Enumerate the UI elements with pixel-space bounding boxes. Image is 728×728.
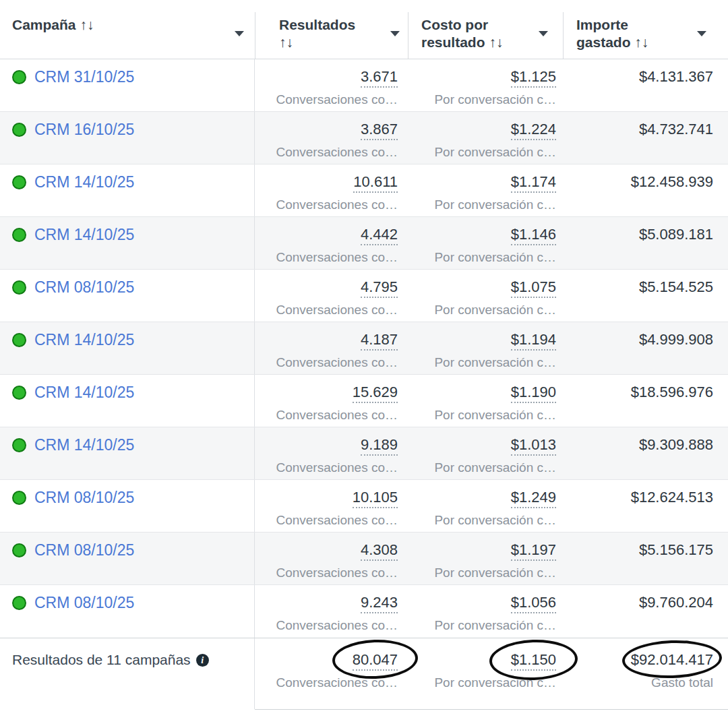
table-row[interactable]: CRM 08/10/254.795Conversaciones co…$1.07… <box>0 270 728 322</box>
results-cell: 9.189Conversaciones co… <box>255 427 408 479</box>
spend-cell: $12.624.513 <box>563 480 728 532</box>
table-row[interactable]: CRM 08/10/254.308Conversaciones co…$1.19… <box>0 533 728 585</box>
sort-arrows-icon[interactable]: ↑↓ <box>279 34 293 50</box>
results-value[interactable]: 10.105 <box>353 489 398 508</box>
header-label-cost-per-result: Costo por resultado <box>421 17 488 50</box>
spend-cell: $12.458.939 <box>563 164 728 216</box>
header-cell-results[interactable]: Resultados ↑↓ <box>255 0 408 59</box>
campaign-name-link[interactable]: CRM 16/10/25 <box>34 120 134 139</box>
cost-per-result-value[interactable]: $1.224 <box>511 121 556 140</box>
campaign-name-link[interactable]: CRM 08/10/25 <box>34 488 134 507</box>
campaign-cell: CRM 16/10/25 <box>0 112 255 164</box>
results-value[interactable]: 15.629 <box>353 384 398 403</box>
sort-arrows-icon[interactable]: ↑↓ <box>634 34 648 50</box>
spend-cell: $5.089.181 <box>563 217 728 269</box>
total-cost-per-result-value[interactable]: $1.150 <box>511 651 556 671</box>
active-status-dot <box>12 543 26 557</box>
results-cell: 4.442Conversaciones co… <box>255 217 408 269</box>
header-cell-campaign[interactable]: Campaña ↑↓ <box>0 0 255 59</box>
table-row[interactable]: CRM 08/10/2510.105Conversaciones co…$1.2… <box>0 480 728 533</box>
cost-metric-label: Por conversación c… <box>408 145 556 160</box>
campaign-cell: CRM 08/10/25 <box>0 480 255 532</box>
table-row[interactable]: CRM 14/10/2510.611Conversaciones co…$1.1… <box>0 164 728 217</box>
spend-cell: $9.309.888 <box>563 427 728 479</box>
results-value[interactable]: 3.867 <box>361 121 398 140</box>
campaign-name-link[interactable]: CRM 08/10/25 <box>34 593 134 612</box>
header-cell-amount-spent[interactable]: Importe gastado ↑↓ <box>563 0 728 59</box>
campaign-cell: CRM 14/10/25 <box>0 164 255 216</box>
summary-row: Resultados de 11 campañasi 80.047 Conver… <box>0 638 728 709</box>
spend-cell: $5.156.175 <box>563 533 728 584</box>
table-row[interactable]: CRM 31/10/253.671Conversaciones co…$1.12… <box>0 59 728 112</box>
cost-cell: $1.249Por conversación c… <box>408 480 563 532</box>
info-icon[interactable]: i <box>196 654 209 667</box>
results-metric-label: Conversaciones co… <box>255 618 398 633</box>
circle-annotation: $92.014.417 <box>631 650 713 671</box>
results-metric-label: Conversaciones co… <box>255 250 398 265</box>
spend-cell: $4.131.367 <box>563 59 728 111</box>
cost-metric-label: Por conversación c… <box>408 513 556 528</box>
results-value[interactable]: 9.189 <box>361 436 398 456</box>
campaign-name-link[interactable]: CRM 14/10/25 <box>34 330 134 349</box>
results-value[interactable]: 4.308 <box>361 541 398 561</box>
cost-cell: $1.125Por conversación c… <box>408 59 563 111</box>
amount-spent-value: $9.760.204 <box>639 594 713 611</box>
results-value[interactable]: 10.611 <box>353 173 398 193</box>
results-cell: 4.308Conversaciones co… <box>255 533 408 584</box>
cost-per-result-value[interactable]: $1.194 <box>511 331 556 351</box>
table-row[interactable]: CRM 14/10/2515.629Conversaciones co…$1.1… <box>0 375 728 427</box>
sort-arrows-icon[interactable]: ↑↓ <box>489 34 503 50</box>
cost-per-result-value[interactable]: $1.056 <box>511 594 556 613</box>
cost-cell: $1.075Por conversación c… <box>408 270 563 322</box>
cost-per-result-value[interactable]: $1.174 <box>511 173 556 193</box>
table-row[interactable]: CRM 08/10/259.243Conversaciones co…$1.05… <box>0 585 728 638</box>
cost-per-result-value[interactable]: $1.146 <box>511 226 556 245</box>
circle-annotation: 80.047 <box>353 650 398 671</box>
results-value[interactable]: 4.795 <box>361 278 398 298</box>
results-cell: 4.795Conversaciones co… <box>255 270 408 322</box>
cost-cell: $1.190Por conversación c… <box>408 375 563 427</box>
campaign-name-link[interactable]: CRM 14/10/25 <box>34 435 134 454</box>
column-dropdown-icon[interactable] <box>390 31 400 36</box>
cost-metric-label: Por conversación c… <box>408 675 556 690</box>
column-dropdown-icon[interactable] <box>235 31 244 36</box>
cost-per-result-value[interactable]: $1.013 <box>511 436 556 456</box>
results-cell: 15.629Conversaciones co… <box>255 375 408 427</box>
results-value[interactable]: 4.187 <box>361 331 398 351</box>
cost-per-result-value[interactable]: $1.075 <box>511 278 556 298</box>
header-cell-cost-per-result[interactable]: Costo por resultado ↑↓ <box>408 0 563 59</box>
cost-cell: $1.224Por conversación c… <box>408 112 563 164</box>
column-dropdown-icon[interactable] <box>697 31 706 36</box>
table-row[interactable]: CRM 14/10/259.189Conversaciones co…$1.01… <box>0 427 728 480</box>
campaign-name-link[interactable]: CRM 31/10/25 <box>34 67 134 86</box>
cost-per-result-value[interactable]: $1.190 <box>511 384 556 403</box>
campaign-name-link[interactable]: CRM 08/10/25 <box>34 541 134 559</box>
table-row[interactable]: CRM 14/10/254.442Conversaciones co…$1.14… <box>0 217 728 270</box>
cost-per-result-value[interactable]: $1.197 <box>511 541 556 561</box>
sort-arrows-icon[interactable]: ↑↓ <box>80 17 94 32</box>
cost-cell: $1.013Por conversación c… <box>408 427 563 479</box>
total-amount-spent-value: $92.014.417 <box>631 651 713 668</box>
results-metric-label: Conversaciones co… <box>255 303 398 317</box>
cost-per-result-value[interactable]: $1.249 <box>511 489 556 508</box>
results-value[interactable]: 4.442 <box>361 226 398 245</box>
cost-cell: $1.174Por conversación c… <box>408 164 563 216</box>
campaign-cell: CRM 14/10/25 <box>0 217 255 269</box>
campaign-name-link[interactable]: CRM 14/10/25 <box>34 225 134 244</box>
results-metric-label: Conversaciones co… <box>255 513 398 528</box>
results-metric-label: Conversaciones co… <box>255 566 398 580</box>
campaign-name-link[interactable]: CRM 14/10/25 <box>34 383 134 402</box>
table-row[interactable]: CRM 16/10/253.867Conversaciones co…$1.22… <box>0 112 728 164</box>
campaign-name-link[interactable]: CRM 08/10/25 <box>34 278 134 297</box>
total-results-value[interactable]: 80.047 <box>353 651 398 671</box>
campaign-name-link[interactable]: CRM 14/10/25 <box>34 173 134 191</box>
results-cell: 3.867Conversaciones co… <box>255 112 408 164</box>
column-dropdown-icon[interactable] <box>539 31 548 36</box>
spend-cell: $4.999.908 <box>563 322 728 374</box>
cost-per-result-value[interactable]: $1.125 <box>511 68 556 88</box>
amount-spent-value: $5.156.175 <box>639 541 713 558</box>
results-value[interactable]: 3.671 <box>361 68 398 88</box>
table-row[interactable]: CRM 14/10/254.187Conversaciones co…$1.19… <box>0 322 728 375</box>
results-value[interactable]: 9.243 <box>361 594 398 613</box>
results-metric-label: Conversaciones co… <box>255 92 398 107</box>
